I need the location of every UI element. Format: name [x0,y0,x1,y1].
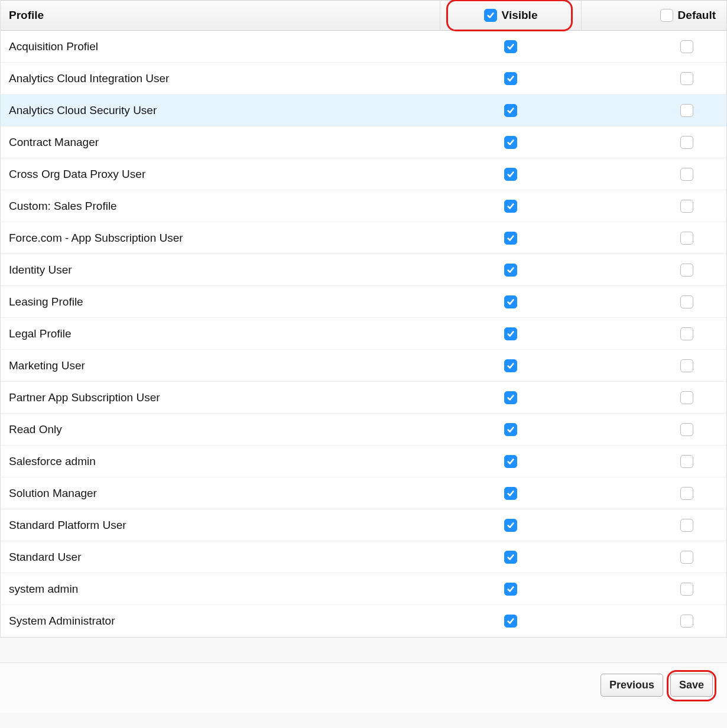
column-header-default-label: Default [678,9,716,22]
default-checkbox[interactable] [680,200,693,213]
default-checkbox[interactable] [680,264,693,277]
check-icon [507,266,515,274]
default-checkbox[interactable] [680,391,693,404]
column-header-default[interactable]: Default [582,1,726,30]
default-checkbox[interactable] [680,487,693,500]
default-cell [582,104,726,117]
profile-name: Identity User [1,264,440,277]
check-icon [507,394,515,402]
visible-checkbox[interactable] [504,391,517,404]
default-cell [582,136,726,149]
visible-checkbox[interactable] [504,359,517,372]
default-checkbox[interactable] [680,423,693,436]
profile-visibility-table: Profile Visible Default Acquisition Prof… [0,0,727,638]
table-row: Identity User [1,254,726,286]
check-icon [507,362,515,370]
default-checkbox[interactable] [680,455,693,468]
save-button[interactable]: Save [670,674,713,697]
check-icon [507,74,515,83]
table-row: Leasing Profile [1,286,726,318]
default-checkbox[interactable] [680,551,693,564]
visible-cell [440,104,582,117]
visible-checkbox[interactable] [504,583,517,596]
profile-name: Custom: Sales Profile [1,200,440,213]
visible-cell [440,359,582,372]
default-cell [582,423,726,436]
check-icon [507,585,515,593]
visible-checkbox[interactable] [504,455,517,468]
visible-checkbox[interactable] [504,519,517,532]
visible-checkbox[interactable] [504,423,517,436]
profile-name: Analytics Cloud Integration User [1,72,440,85]
table-row: Partner App Subscription User [1,382,726,414]
check-icon [507,298,515,306]
check-icon [507,617,515,625]
profile-name: Acquisition Profiel [1,40,440,53]
table-row: Standard User [1,541,726,573]
column-header-profile: Profile [1,1,440,30]
visible-checkbox[interactable] [504,232,517,245]
default-checkbox[interactable] [680,583,693,596]
visible-cell [440,519,582,532]
profile-name: Read Only [1,423,440,436]
default-cell [582,232,726,245]
visible-cell [440,327,582,340]
visible-checkbox[interactable] [504,487,517,500]
default-checkbox[interactable] [680,327,693,340]
column-header-visible[interactable]: Visible [440,1,582,30]
table-row: Solution Manager [1,477,726,509]
previous-button[interactable]: Previous [601,674,663,697]
check-icon [507,202,515,210]
select-all-visible-checkbox[interactable] [484,9,497,22]
table-row: Acquisition Profiel [1,31,726,63]
visible-cell [440,423,582,436]
check-icon [507,489,515,498]
default-cell [582,40,726,53]
visible-checkbox[interactable] [504,200,517,213]
profile-name: Standard Platform User [1,519,440,532]
default-cell [582,487,726,500]
visible-checkbox[interactable] [504,615,517,628]
visible-cell [440,391,582,404]
default-cell [582,359,726,372]
visible-checkbox[interactable] [504,168,517,181]
check-icon [507,138,515,147]
table-row: System Administrator [1,605,726,637]
check-icon [507,425,515,434]
visible-cell [440,200,582,213]
visible-checkbox[interactable] [504,72,517,85]
default-checkbox[interactable] [680,615,693,628]
profile-name: Cross Org Data Proxy User [1,168,440,181]
table-row: Salesforce admin [1,446,726,477]
default-checkbox[interactable] [680,359,693,372]
visible-checkbox[interactable] [504,295,517,308]
visible-checkbox[interactable] [504,136,517,149]
visible-checkbox[interactable] [504,327,517,340]
default-cell [582,295,726,308]
visible-cell [440,583,582,596]
profile-name: Marketing User [1,359,440,372]
profile-name: Leasing Profile [1,295,440,308]
visible-checkbox[interactable] [504,104,517,117]
default-checkbox[interactable] [680,295,693,308]
default-checkbox[interactable] [680,519,693,532]
default-checkbox[interactable] [680,40,693,53]
table-row: Force.com - App Subscription User [1,222,726,254]
check-icon [507,106,515,115]
visible-cell [440,487,582,500]
table-header: Profile Visible Default [1,0,726,31]
profile-name: system admin [1,583,440,596]
select-all-default-checkbox[interactable] [660,9,673,22]
visible-checkbox[interactable] [504,264,517,277]
check-icon [507,43,515,51]
default-checkbox[interactable] [680,104,693,117]
visible-checkbox[interactable] [504,551,517,564]
check-icon [507,330,515,338]
visible-checkbox[interactable] [504,40,517,53]
default-checkbox[interactable] [680,72,693,85]
default-cell [582,168,726,181]
default-checkbox[interactable] [680,232,693,245]
default-checkbox[interactable] [680,168,693,181]
default-checkbox[interactable] [680,136,693,149]
check-icon [507,234,515,242]
